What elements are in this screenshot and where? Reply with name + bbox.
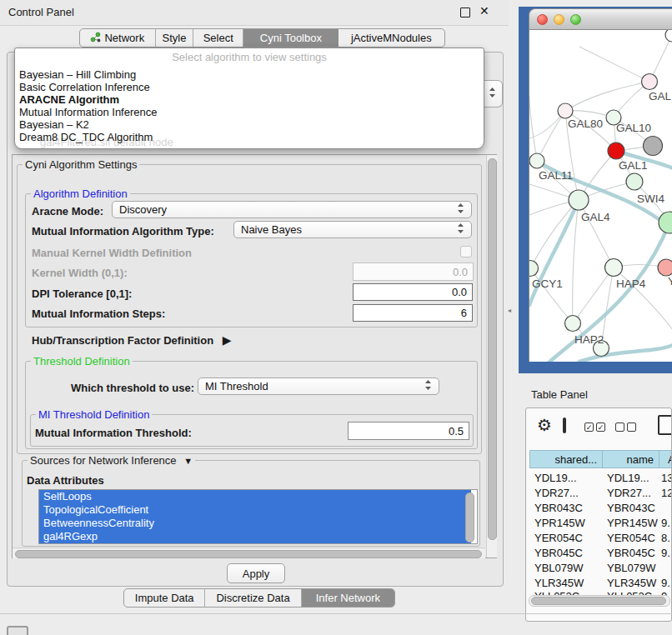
dropdown-item[interactable]: Bayesian – K2 bbox=[19, 118, 89, 131]
app-root: Control Panel ✕ Network Style Select Cyn… bbox=[0, 0, 672, 635]
kernel-width-field[interactable]: 0.0 bbox=[353, 262, 474, 281]
mi-threshold-value: 0.5 bbox=[449, 425, 464, 438]
cell-shared: YBL079W bbox=[534, 562, 584, 574]
svg-text:GAL10: GAL10 bbox=[616, 122, 651, 134]
vertical-scrollbar-track[interactable] bbox=[486, 155, 497, 558]
collapse-down-icon: ▼ bbox=[183, 456, 193, 466]
manual-kernel-width-label: Manual Kernel Width Definition bbox=[32, 247, 192, 259]
cell-shared: YER054C bbox=[534, 532, 583, 544]
dropdown-item[interactable]: Mutual Information Inference bbox=[19, 106, 157, 118]
tab-style[interactable]: Style bbox=[156, 29, 194, 47]
tab-discretize-data-label: Discretize Data bbox=[216, 592, 289, 604]
zoom-traffic-light-icon[interactable] bbox=[570, 14, 581, 25]
close-traffic-light-icon[interactable] bbox=[537, 14, 548, 25]
hidden-combobox-fragment[interactable] bbox=[482, 80, 503, 108]
list-scrollbar[interactable] bbox=[465, 492, 474, 542]
close-icon[interactable]: ✕ bbox=[479, 4, 489, 18]
gear-icon[interactable]: ⚙ bbox=[537, 417, 552, 433]
list-item[interactable]: gal4RGexp bbox=[39, 530, 471, 543]
cell-shared: YLR345W bbox=[534, 577, 584, 589]
checked-checkbox-icon[interactable]: ✓ bbox=[596, 422, 605, 432]
stepper-icon bbox=[424, 380, 432, 392]
network-canvas-svg: GALGAL80GAL10GAL1GAL11SWI4GAL4GCY1HAP4YH… bbox=[529, 30, 672, 362]
mi-threshold-field[interactable]: 0.5 bbox=[348, 422, 469, 440]
hub-definition-toggle[interactable]: Hub/Transcription Factor Definition ▶ bbox=[32, 333, 232, 347]
unchecked-checkbox-icon[interactable] bbox=[615, 422, 624, 432]
tab-jactivemnodules[interactable]: jActiveMNodules bbox=[339, 29, 444, 47]
cell-shared: YDR27... bbox=[534, 487, 579, 499]
list-item[interactable]: BetweennessCentrality bbox=[39, 517, 471, 530]
table-horizontal-scrollbar[interactable] bbox=[529, 595, 670, 607]
aracne-mode-label: Aracne Mode: bbox=[32, 205, 103, 218]
tab-cyni-toolbox[interactable]: Cyni Toolbox bbox=[243, 29, 338, 47]
horizontal-scrollbar-thumb[interactable] bbox=[15, 550, 482, 558]
column-header-name[interactable]: name bbox=[602, 450, 659, 468]
checked-checkbox-icon[interactable]: ✓ bbox=[584, 422, 594, 432]
tab-style-label: Style bbox=[163, 32, 187, 44]
kernel-width-label: Kernel Width (0,1): bbox=[32, 267, 128, 279]
which-threshold-value: MI Threshold bbox=[205, 380, 268, 392]
list-item[interactable]: SelfLoops bbox=[39, 490, 471, 503]
float-window-icon[interactable] bbox=[460, 8, 470, 18]
algorithm-definition-label: Algorithm Definition bbox=[31, 188, 130, 200]
tab-network[interactable]: Network bbox=[80, 29, 156, 47]
mi-threshold-label: Mutual Information Threshold: bbox=[35, 427, 192, 439]
stepper-icon bbox=[457, 223, 464, 236]
kernel-width-value: 0.0 bbox=[453, 266, 468, 278]
tab-infer-network[interactable]: Infer Network bbox=[302, 589, 394, 607]
list-item[interactable]: TopologicalCoefficient bbox=[39, 503, 471, 517]
table-horizontal-scrollbar-thumb[interactable] bbox=[531, 597, 666, 605]
tab-impute-data-label: Impute Data bbox=[135, 592, 194, 604]
tab-cyni-toolbox-label: Cyni Toolbox bbox=[260, 32, 322, 44]
dpi-tolerance-field[interactable]: 0.0 bbox=[353, 283, 473, 301]
mi-steps-field[interactable]: 6 bbox=[353, 304, 473, 322]
cell-name: YER054C bbox=[607, 532, 655, 544]
tab-discretize-data[interactable]: Discretize Data bbox=[205, 589, 301, 607]
cell-shared: YPR145W bbox=[534, 517, 585, 529]
cell-value: 12 bbox=[661, 487, 672, 499]
minimized-panel-button[interactable] bbox=[7, 626, 28, 635]
data-attributes-list[interactable]: SelfLoops TopologicalCoefficient Between… bbox=[38, 489, 478, 544]
dropdown-item[interactable]: Basic Correlation Inference bbox=[19, 81, 150, 93]
apply-button[interactable]: Apply bbox=[227, 563, 285, 583]
svg-text:GAL4: GAL4 bbox=[581, 211, 610, 223]
aracne-mode-select[interactable]: Discovery bbox=[112, 201, 472, 218]
dropdown-item-selected[interactable]: ARACNE Algorithm bbox=[19, 93, 119, 106]
cell-value: 9. bbox=[661, 547, 670, 559]
new-table-page-icon[interactable] bbox=[658, 415, 672, 435]
control-panel-titlebar: Control Panel ✕ bbox=[0, 0, 509, 26]
mi-steps-value: 6 bbox=[461, 307, 467, 319]
tab-select[interactable]: Select bbox=[193, 29, 243, 47]
cell-shared: YBR043C bbox=[534, 502, 583, 514]
split-columns-icon[interactable] bbox=[563, 418, 566, 433]
mi-steps-label: Mutual Information Steps: bbox=[32, 308, 165, 320]
panel-divider-arrow-icon[interactable]: ◂ bbox=[508, 307, 511, 314]
sources-group-toggle[interactable]: Sources for Network Inference ▼ bbox=[28, 454, 195, 468]
svg-text:HAP4: HAP4 bbox=[616, 278, 646, 290]
svg-text:GAL80: GAL80 bbox=[568, 118, 603, 130]
which-threshold-select[interactable]: MI Threshold bbox=[198, 378, 439, 395]
hub-definition-label: Hub/Transcription Factor Definition bbox=[32, 334, 213, 347]
network-window-titlebar[interactable] bbox=[529, 8, 672, 30]
apply-button-label: Apply bbox=[243, 568, 270, 580]
mi-algorithm-type-select[interactable]: Naive Bayes bbox=[233, 221, 472, 238]
threshold-definition-label: Threshold Definition bbox=[31, 355, 133, 368]
unchecked-checkbox-icon[interactable] bbox=[627, 422, 636, 432]
horizontal-scrollbar-track[interactable] bbox=[13, 548, 485, 558]
minimize-traffic-light-icon[interactable] bbox=[554, 14, 564, 25]
column-header-clipped[interactable]: A bbox=[659, 450, 672, 468]
manual-kernel-width-checkbox[interactable] bbox=[460, 246, 472, 258]
column-header-shared[interactable]: shared... bbox=[529, 450, 603, 468]
dropdown-item[interactable]: Bayesian – Hill Climbing bbox=[19, 68, 136, 81]
cell-name: YBR043C bbox=[607, 502, 655, 514]
cyni-algorithm-settings-label: Cyni Algorithm Settings bbox=[23, 158, 139, 171]
vertical-scrollbar-thumb[interactable] bbox=[488, 158, 497, 540]
network-view-canvas[interactable]: GALGAL80GAL10GAL1GAL11SWI4GAL4GCY1HAP4YH… bbox=[529, 30, 672, 362]
tab-impute-data[interactable]: Impute Data bbox=[124, 589, 205, 607]
tab-infer-network-label: Infer Network bbox=[316, 592, 380, 604]
tab-jactivemnodules-label: jActiveMNodules bbox=[351, 32, 432, 44]
mi-algorithm-type-label: Mutual Information Algorithm Type: bbox=[32, 225, 214, 238]
svg-text:HAP2: HAP2 bbox=[574, 333, 604, 346]
algorithm-dropdown-list[interactable]: Select algorithm to view settings Bayesi… bbox=[14, 48, 484, 149]
svg-text:Y: Y bbox=[668, 275, 672, 288]
